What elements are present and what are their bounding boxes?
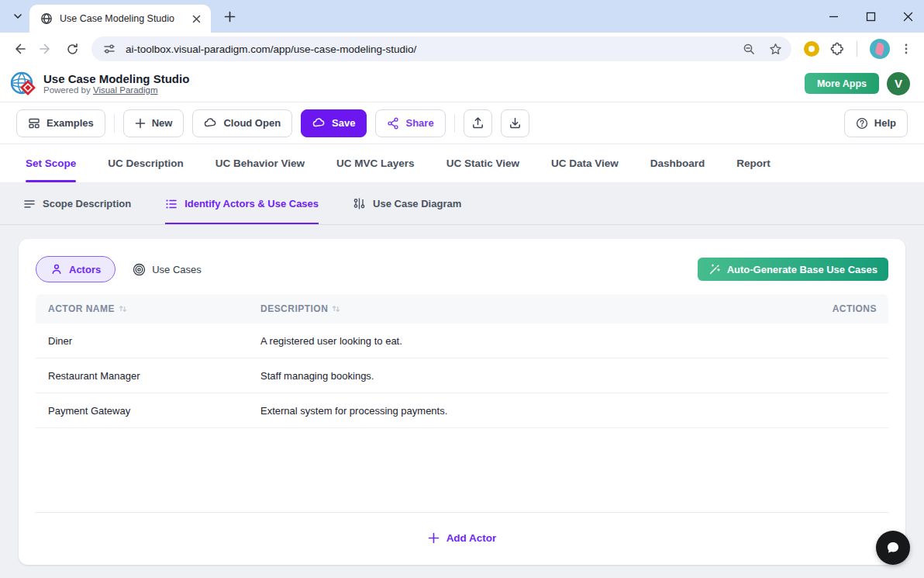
actors-toggle[interactable]: Actors	[36, 256, 116, 282]
chat-bubble-icon	[885, 540, 901, 556]
sort-icon[interactable]	[332, 304, 340, 313]
nav-tab-set-scope[interactable]: Set Scope	[26, 144, 76, 182]
zoom-icon[interactable]	[739, 39, 759, 59]
nav-tab-uc-mvc-layers[interactable]: UC MVC Layers	[336, 144, 415, 182]
actor-description-cell: Staff managing bookings.	[260, 370, 795, 382]
sub-tabs: Scope Description Identify Actors & Use …	[0, 183, 924, 225]
app-header: Use Case Modeling Studio Powered by Visu…	[0, 65, 924, 102]
tab-title: Use Case Modeling Studio	[60, 13, 182, 24]
upload-icon	[471, 116, 484, 130]
actors-toggle-label: Actors	[69, 264, 101, 275]
auto-generate-button[interactable]: Auto-Generate Base Use Cases	[698, 258, 888, 281]
share-button[interactable]: Share	[375, 109, 445, 137]
browser-url-row: ai-toolbox.visual-paradigm.com/app/use-c…	[0, 33, 924, 65]
help-question-icon	[856, 117, 868, 130]
chat-widget-button[interactable]	[876, 531, 910, 565]
plus-icon	[135, 118, 146, 129]
table-header: ACTOR NAME DESCRIPTION ACTIONS	[36, 294, 888, 324]
download-icon	[509, 116, 522, 130]
table-row[interactable]: Restaurant Manager Staff managing bookin…	[36, 358, 888, 393]
nav-tab-uc-static-view[interactable]: UC Static View	[446, 144, 519, 182]
add-actor-label: Add Actor	[446, 532, 497, 544]
actor-name-cell: Diner	[36, 335, 260, 347]
cloud-open-label: Cloud Open	[223, 117, 281, 129]
nav-tab-uc-data-view[interactable]: UC Data View	[551, 144, 619, 182]
tab-search-chevron-icon[interactable]	[8, 6, 28, 26]
powered-by: Powered by Visual Paradigm	[43, 85, 189, 95]
export-upload-button[interactable]	[464, 109, 492, 137]
import-download-button[interactable]	[501, 109, 529, 137]
examples-button[interactable]: Examples	[16, 109, 105, 137]
powered-by-text: Powered by	[43, 85, 93, 95]
new-button[interactable]: New	[123, 109, 184, 137]
save-button[interactable]: Save	[301, 109, 367, 137]
save-label: Save	[332, 117, 355, 129]
extensions-puzzle-icon[interactable]	[827, 39, 847, 59]
subtab-label: Use Case Diagram	[373, 198, 461, 209]
toolbar-divider	[114, 114, 115, 133]
tab-close-icon[interactable]	[189, 12, 203, 26]
diagram-branch-icon	[353, 197, 366, 210]
actor-description-cell: A registered user looking to eat.	[260, 335, 795, 347]
url-bar[interactable]: ai-toolbox.visual-paradigm.com/app/use-c…	[91, 36, 791, 61]
chrome-menu-icon[interactable]	[896, 39, 916, 59]
profile-avatar[interactable]	[870, 39, 890, 59]
cloud-open-button[interactable]: Cloud Open	[192, 109, 292, 137]
bullet-list-icon	[165, 198, 178, 210]
nav-tab-uc-description[interactable]: UC Description	[108, 144, 184, 182]
browser-tabstrip: Use Case Modeling Studio	[0, 0, 924, 33]
toolbar-divider	[454, 114, 455, 133]
url-text[interactable]: ai-toolbox.visual-paradigm.com/app/use-c…	[126, 43, 733, 55]
globe-favicon-icon	[40, 12, 53, 25]
magic-wand-icon	[709, 263, 721, 275]
window-maximize-button[interactable]	[860, 6, 881, 26]
new-tab-button[interactable]	[220, 7, 239, 26]
subtab-label: Scope Description	[43, 198, 131, 209]
use-cases-toggle-label: Use Cases	[152, 264, 202, 275]
share-icon	[387, 117, 399, 130]
toolbar: Examples New Cloud Open Save Share	[0, 102, 924, 144]
main-nav-tabs: Set Scope UC Description UC Behavior Vie…	[0, 144, 924, 183]
bullseye-icon	[133, 263, 146, 276]
back-button[interactable]	[8, 37, 31, 61]
visual-paradigm-link[interactable]: Visual Paradigm	[93, 85, 158, 95]
window-close-button[interactable]	[898, 6, 918, 26]
table-row[interactable]: Payment Gateway External system for proc…	[36, 393, 888, 428]
nav-tab-dashboard[interactable]: Dashboard	[650, 144, 705, 182]
bookmark-star-icon[interactable]	[765, 39, 785, 59]
use-cases-toggle[interactable]: Use Cases	[133, 263, 202, 276]
visual-paradigm-logo-icon	[9, 71, 36, 97]
subtab-use-case-diagram[interactable]: Use Case Diagram	[353, 183, 461, 224]
examples-label: Examples	[47, 117, 94, 129]
column-header-description[interactable]: DESCRIPTION	[260, 303, 328, 314]
app-title: Use Case Modeling Studio	[43, 72, 189, 85]
extension-badge-icon[interactable]	[804, 41, 819, 57]
person-icon	[50, 263, 63, 275]
chrome-divider	[857, 41, 857, 57]
actor-name-cell: Restaurant Manager	[36, 370, 260, 382]
forward-button[interactable]	[34, 37, 57, 61]
new-label: New	[152, 117, 173, 129]
user-avatar[interactable]: V	[887, 72, 910, 95]
cloud-icon	[204, 116, 217, 130]
examples-grid-icon	[28, 117, 40, 130]
sort-icon[interactable]	[119, 304, 127, 313]
subtab-scope-description[interactable]: Scope Description	[23, 183, 131, 224]
window-minimize-button[interactable]	[823, 6, 843, 26]
table-row[interactable]: Diner A registered user looking to eat.	[36, 324, 888, 358]
browser-tab[interactable]: Use Case Modeling Studio	[29, 5, 211, 33]
subtab-identify-actors-use-cases[interactable]: Identify Actors & Use Cases	[165, 183, 319, 224]
reload-button[interactable]	[60, 37, 84, 61]
content-card: Actors Use Cases Auto-Generate Base Use …	[19, 239, 905, 565]
nav-tab-report[interactable]: Report	[736, 144, 771, 182]
cloud-save-icon	[312, 116, 326, 130]
column-header-actor-name[interactable]: ACTOR NAME	[48, 303, 115, 314]
more-apps-button[interactable]: More Apps	[805, 73, 879, 94]
column-header-actions: ACTIONS	[795, 303, 888, 314]
site-settings-icon[interactable]	[99, 39, 119, 59]
actor-name-cell: Payment Gateway	[36, 405, 260, 417]
add-actor-button[interactable]: Add Actor	[428, 532, 497, 544]
plus-icon	[428, 532, 440, 544]
nav-tab-uc-behavior-view[interactable]: UC Behavior View	[215, 144, 305, 182]
help-button[interactable]: Help	[844, 109, 908, 137]
